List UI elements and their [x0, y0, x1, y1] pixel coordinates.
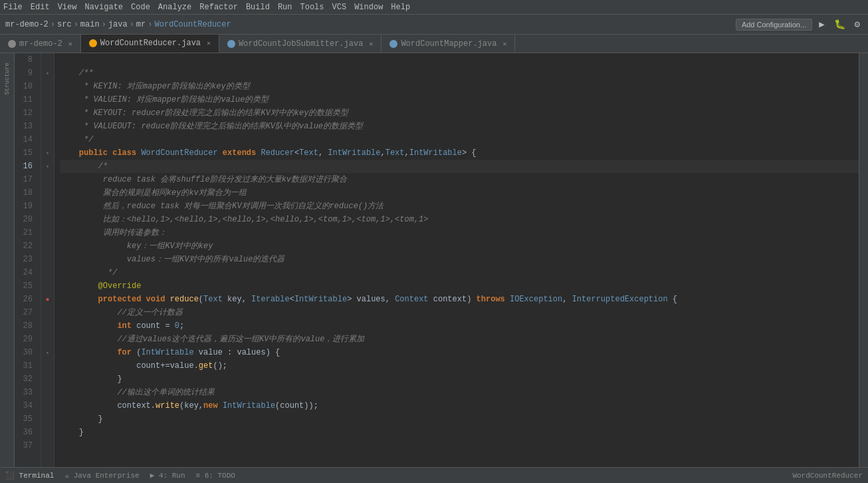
code-line-9: /**: [60, 67, 859, 80]
gutter-cell-20: [41, 213, 54, 226]
tab-reducer-close[interactable]: ✕: [207, 39, 211, 47]
code-line-37: [60, 439, 859, 452]
line-number-26: 26: [15, 293, 37, 306]
gutter-cell-8: [41, 53, 54, 67]
breadcrumb-main[interactable]: main: [80, 20, 100, 29]
menu-analyze[interactable]: Analyze: [158, 3, 191, 12]
line-number-10: 10: [15, 80, 37, 93]
tab-mapper-close[interactable]: ✕: [502, 40, 506, 48]
code-line-13: * VALUEOUT: reduce阶段处理完之后输出的结果KV队中的value…: [60, 120, 859, 133]
menu-help[interactable]: Help: [391, 3, 410, 12]
code-line-21: 调用时传递参数：: [60, 226, 859, 240]
gutter-cell-25: [41, 279, 54, 293]
code-line-15: public class WordCountReducer extends Re…: [60, 146, 859, 160]
line-numbers: 8910111213141516171819202122232425262728…: [15, 53, 41, 467]
code-line-32: }: [60, 373, 859, 386]
debug-icon[interactable]: 🐛: [831, 17, 848, 31]
toolbar: mr-demo-2 › src › main › java › mr › Wor…: [0, 15, 868, 35]
todo-button[interactable]: ≡ 6: TODO: [196, 472, 235, 480]
code-line-36: }: [60, 426, 859, 439]
tab-reducer[interactable]: WordCountReducer.java ✕: [81, 35, 219, 53]
code-editor[interactable]: 8910111213141516171819202122232425262728…: [15, 53, 868, 467]
line-number-23: 23: [15, 253, 37, 266]
gutter-cell-29: [41, 333, 54, 346]
tab-mapper-icon: [389, 40, 397, 48]
line-number-37: 37: [15, 439, 37, 452]
gutter-cell-9: ▾: [41, 67, 54, 80]
menu-vcs[interactable]: VCS: [332, 3, 347, 12]
gutter-cell-17: [41, 173, 54, 186]
menu-build[interactable]: Build: [246, 3, 270, 12]
menu-window[interactable]: Window: [354, 3, 383, 12]
code-content[interactable]: /** * KEYIN: 对应mapper阶段输出的key的类型 * VALUE…: [54, 53, 859, 467]
add-configuration-button[interactable]: Add Configuration...: [736, 19, 812, 31]
gutter-cell-37: [41, 439, 54, 452]
gutter-cell-11: [41, 93, 54, 106]
code-line-33: //输出这个单词的统计结果: [60, 386, 859, 399]
breadcrumb-java[interactable]: java: [108, 20, 128, 29]
gutter-cell-32: [41, 373, 54, 386]
tab-reducer-label: WordCountReducer.java: [100, 39, 201, 48]
terminal-button[interactable]: ⬛ Terminal: [5, 471, 54, 480]
tab-reducer-icon: [89, 39, 97, 47]
gutter-cell-19: [41, 200, 54, 213]
menu-refactor[interactable]: Refactor: [199, 3, 238, 12]
code-line-18: 聚合的规则是相同key的kv对聚合为一组: [60, 186, 859, 200]
gutter-cell-14: [41, 133, 54, 146]
gutter-cell-27: [41, 306, 54, 319]
breadcrumb-file[interactable]: WordCountReducer: [154, 20, 231, 29]
tab-mapper[interactable]: WordCountMapper.java ✕: [381, 35, 515, 53]
menu-navigate[interactable]: Navigate: [84, 3, 123, 12]
editor-tabs: mr-demo-2 ✕ WordCountReducer.java ✕ Word…: [0, 35, 868, 53]
line-number-9: 9: [15, 67, 37, 80]
gutter-cell-16: ▾: [41, 160, 54, 173]
tab-project-close[interactable]: ✕: [68, 40, 72, 48]
structure-panel: Structure: [0, 53, 15, 467]
line-number-8: 8: [15, 53, 37, 67]
run-icon[interactable]: ▶: [816, 17, 827, 31]
line-number-16: 16: [15, 160, 37, 173]
code-line-31: count+=value.get();: [60, 359, 859, 373]
gutter-cell-10: [41, 80, 54, 93]
tab-submitter[interactable]: WordCountJobSubmitter.java ✕: [219, 35, 381, 53]
line-number-13: 13: [15, 120, 37, 133]
menu-tools[interactable]: Tools: [300, 3, 324, 12]
tab-submitter-close[interactable]: ✕: [369, 40, 373, 48]
gutter-cell-21: [41, 226, 54, 240]
menu-run[interactable]: Run: [278, 3, 292, 12]
java-enterprise-button[interactable]: ☕ Java Enterprise: [64, 471, 139, 480]
code-line-35: }: [60, 412, 859, 426]
code-line-28: int count = 0;: [60, 319, 859, 333]
line-number-19: 19: [15, 200, 37, 213]
code-line-14: */: [60, 133, 859, 146]
code-line-19: 然后，reduce task 对每一组聚合KV对调用一次我们自定义的reduce…: [60, 200, 859, 213]
gutter-cell-30: ▾: [41, 346, 54, 359]
vertical-scrollbar[interactable]: [859, 53, 868, 467]
menu-file[interactable]: File: [3, 3, 23, 12]
line-number-11: 11: [15, 93, 37, 106]
gutter-cell-24: [41, 266, 54, 279]
menu-edit[interactable]: Edit: [31, 3, 50, 12]
tab-project[interactable]: mr-demo-2 ✕: [0, 35, 81, 53]
menu-view[interactable]: View: [58, 3, 77, 12]
breadcrumb-project[interactable]: mr-demo-2: [5, 20, 49, 29]
code-line-24: */: [60, 266, 859, 279]
file-status: WordCountReducer: [792, 472, 863, 480]
code-line-22: key：一组KV对中的key: [60, 240, 859, 253]
run-panel-button[interactable]: ▶ 4: Run: [150, 471, 185, 480]
breadcrumb-src[interactable]: src: [57, 20, 72, 29]
line-number-34: 34: [15, 399, 37, 412]
gutter-cell-13: [41, 120, 54, 133]
line-number-14: 14: [15, 133, 37, 146]
gutter-cell-31: [41, 359, 54, 373]
settings-icon[interactable]: ⚙: [852, 17, 863, 31]
code-line-25: @Override: [60, 279, 859, 293]
breadcrumb-mr[interactable]: mr: [136, 20, 146, 29]
menu-code[interactable]: Code: [131, 3, 150, 12]
gutter-cell-12: [41, 106, 54, 120]
line-number-15: 15: [15, 146, 37, 160]
code-line-27: //定义一个计数器: [60, 306, 859, 319]
structure-label: Structure: [4, 63, 11, 95]
line-number-33: 33: [15, 386, 37, 399]
gutter-cell-15: ▾: [41, 146, 54, 160]
